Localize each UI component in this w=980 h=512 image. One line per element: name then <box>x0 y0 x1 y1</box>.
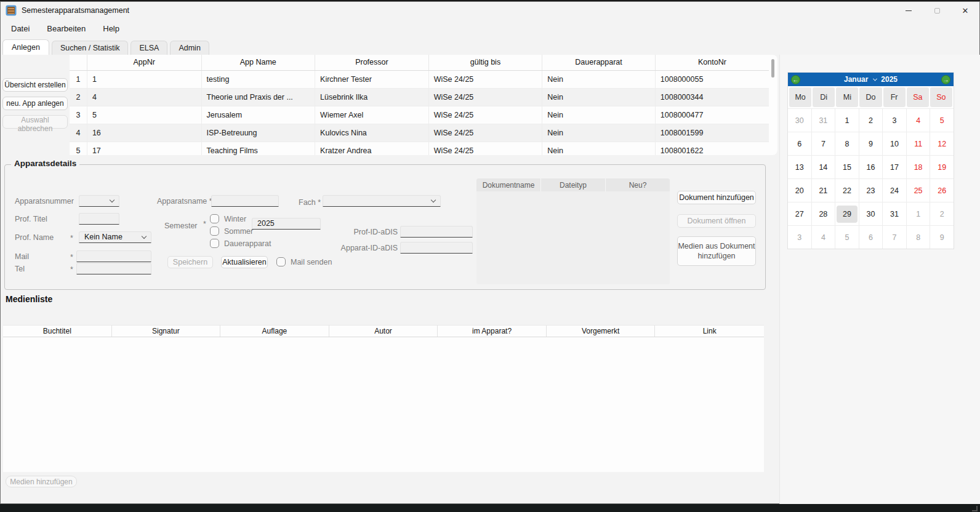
calendar-day[interactable]: 20 <box>788 179 811 202</box>
table-row[interactable]: 1 1 testing Kirchner Tester WiSe 24/25 N… <box>70 70 769 88</box>
calendar-day[interactable]: 29 <box>835 202 859 225</box>
tab[interactable]: Suchen / Statistik <box>52 41 129 55</box>
table-row[interactable]: 4 16 ISP-Betreuung Kulovics Nina WiSe 24… <box>70 124 769 142</box>
prof-id-adis-field[interactable] <box>400 226 473 238</box>
calendar-day[interactable]: 5 <box>835 226 859 249</box>
calendar-day[interactable]: 11 <box>907 132 930 155</box>
tab[interactable]: ELSA <box>131 41 167 55</box>
calendar-day[interactable]: 3 <box>788 226 811 249</box>
sidebar-button[interactable]: Auswahl abbrechen <box>2 115 68 129</box>
apparatsname-field[interactable] <box>211 195 279 207</box>
mail-senden-checkbox[interactable] <box>276 257 286 266</box>
table-row[interactable]: 5 17 Teaching Films Kratzer Andrea WiSe … <box>70 142 769 155</box>
calendar-day[interactable]: 30 <box>788 109 811 132</box>
apparatsnummer-select[interactable] <box>79 195 119 207</box>
calendar-day[interactable]: 7 <box>883 226 906 249</box>
apparat-id-adis-field[interactable] <box>400 242 473 254</box>
calendar-day[interactable]: 6 <box>859 226 883 249</box>
calendar-day[interactable]: 1 <box>835 109 859 132</box>
mail-label: Mail <box>15 252 29 261</box>
calendar-day[interactable]: 2 <box>930 202 954 225</box>
calendar-day[interactable]: 12 <box>930 132 954 155</box>
sidebar-button[interactable]: Übersicht erstellen <box>2 78 68 92</box>
calendar-day[interactable]: 9 <box>859 132 883 155</box>
groupbox-title: Apparatsdetails <box>11 159 79 168</box>
calendar-day[interactable]: 22 <box>835 179 859 202</box>
calendar-day[interactable]: 8 <box>835 132 859 155</box>
calendar-day[interactable]: 31 <box>883 202 906 225</box>
menu-item[interactable]: Help <box>94 22 128 36</box>
calendar-day[interactable]: 7 <box>812 132 835 155</box>
resize-grip[interactable] <box>972 506 978 511</box>
calendar-day[interactable]: 24 <box>883 179 906 202</box>
calendar-day[interactable]: 4 <box>907 109 930 132</box>
calendar-next-month-icon[interactable]: → <box>941 75 950 84</box>
row-number-cell: 1 <box>70 70 87 88</box>
aktualisieren-button[interactable]: Aktualisieren <box>221 256 268 268</box>
weekday-label: Do <box>859 87 882 107</box>
calendar-day[interactable]: 23 <box>859 179 883 202</box>
calendar-day[interactable]: 27 <box>788 202 811 225</box>
calendar-day[interactable]: 8 <box>907 226 930 249</box>
winter-radio[interactable] <box>210 214 219 223</box>
calendar-day[interactable]: 9 <box>930 226 954 249</box>
calendar-day[interactable]: 3 <box>883 109 906 132</box>
calendar-day[interactable]: 15 <box>835 156 859 178</box>
row-number-cell: 2 <box>70 88 87 106</box>
tab[interactable]: Anlegen <box>2 39 49 55</box>
tab[interactable]: Admin <box>170 41 209 55</box>
calendar-day[interactable]: 4 <box>812 226 835 249</box>
calendar-header: ← Januar 2025 → <box>788 73 954 86</box>
calendar-day[interactable]: 30 <box>859 202 883 225</box>
maximize-button[interactable] <box>923 2 951 19</box>
professor-cell: Kirchner Tester <box>315 70 429 88</box>
calendar-day[interactable]: 13 <box>788 156 811 178</box>
apps-table: AppNr App Name Professor gültig bis Daue… <box>70 55 769 155</box>
menu-item[interactable]: Datei <box>2 22 38 36</box>
gueltig-cell: WiSe 24/25 <box>428 124 542 142</box>
calendar-day[interactable]: 18 <box>907 156 930 178</box>
apparatsnummer-label: Apparatsnummer <box>15 197 74 206</box>
doc-column-dokumentname: Dokumentname <box>476 178 540 191</box>
calendar-day[interactable]: 17 <box>883 156 906 178</box>
media-column-vorgemerkt: Vorgemerkt <box>547 326 656 337</box>
window-controls: ✕ <box>894 2 979 19</box>
calendar-day[interactable]: 2 <box>859 109 883 132</box>
calendar-day[interactable]: 19 <box>930 156 954 178</box>
column-header-appname: App Name <box>201 55 315 70</box>
semester-year-field[interactable]: 2025 <box>252 218 321 230</box>
fach-select[interactable] <box>323 195 441 207</box>
calendar-prev-month-icon[interactable]: ← <box>791 75 800 84</box>
calendar-day[interactable]: 6 <box>788 132 811 155</box>
doc-column-neu: Neu? <box>606 178 670 191</box>
calendar-day[interactable]: 26 <box>930 179 954 202</box>
close-button[interactable]: ✕ <box>951 2 979 19</box>
sidebar-button[interactable]: neu. App anlegen <box>2 97 68 110</box>
calendar-day[interactable]: 16 <box>859 156 883 178</box>
calendar-day[interactable]: 14 <box>812 156 835 178</box>
calendar-day[interactable]: 28 <box>812 202 835 225</box>
table-scrollbar[interactable] <box>771 59 774 78</box>
calendar-day[interactable]: 31 <box>812 109 835 132</box>
minimize-button[interactable] <box>894 2 923 19</box>
prof-titel-label: Prof. Titel <box>15 215 47 223</box>
prof-titel-field[interactable] <box>79 213 119 225</box>
table-row[interactable]: 3 5 Jerusalem Wiemer Axel WiSe 24/25 Nei… <box>70 106 769 124</box>
calendar-day[interactable]: 21 <box>812 179 835 202</box>
table-row[interactable]: 2 4 Theorie und Praxis der ... Lüsebrink… <box>70 88 769 106</box>
dokument-hinzufuegen-button[interactable]: Dokument hinzufügen <box>677 191 756 204</box>
dauerapparat-radio[interactable] <box>210 239 219 248</box>
calendar-month-year[interactable]: Januar 2025 <box>844 75 898 84</box>
mail-field[interactable] <box>76 250 151 262</box>
calendar-day[interactable]: 10 <box>883 132 906 155</box>
prof-name-select[interactable]: Kein Name <box>79 231 151 243</box>
appnr-cell: 16 <box>87 124 201 142</box>
menu-item[interactable]: Bearbeiten <box>38 22 94 36</box>
calendar-day[interactable]: 25 <box>907 179 930 202</box>
medien-aus-dokument-button[interactable]: Medien aus Dokument hinzufügen <box>677 236 756 266</box>
calendar-day[interactable]: 5 <box>930 109 954 132</box>
sommer-radio[interactable] <box>210 226 219 236</box>
tel-field[interactable] <box>76 263 151 274</box>
calendar-day[interactable]: 1 <box>907 202 930 225</box>
professor-cell: Kratzer Andrea <box>315 142 429 155</box>
